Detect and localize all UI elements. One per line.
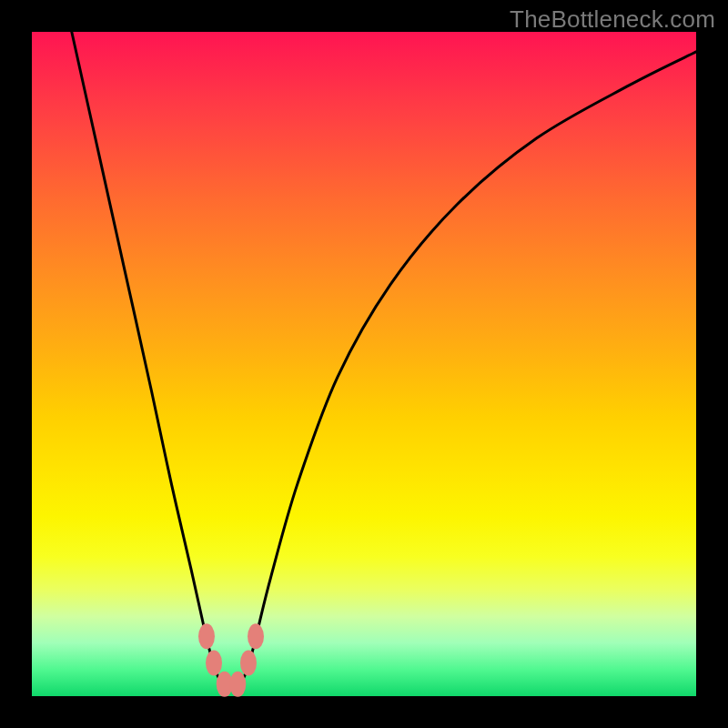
markers-group	[198, 623, 264, 697]
curve-marker	[198, 623, 215, 649]
bottleneck-curve	[72, 32, 696, 690]
curve-marker	[240, 651, 257, 676]
curve-marker	[248, 623, 264, 649]
chart-container: TheBottleneck.com	[0, 0, 728, 728]
plot-area	[32, 32, 696, 696]
curve-layer	[32, 32, 696, 696]
watermark-text: TheBottleneck.com	[510, 5, 715, 34]
curve-marker	[229, 672, 246, 697]
curve-marker	[206, 651, 222, 676]
